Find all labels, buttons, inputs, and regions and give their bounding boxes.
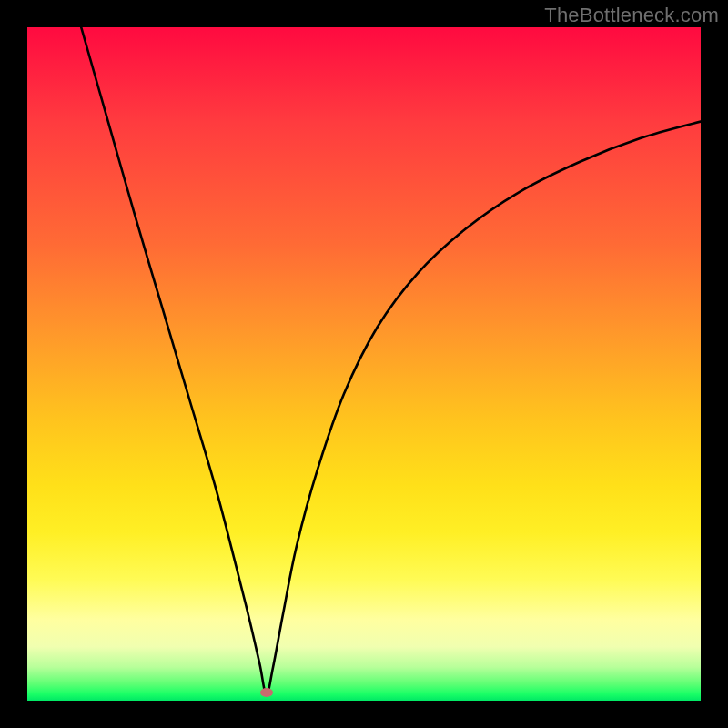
- optimum-marker: [260, 688, 273, 697]
- watermark-text: TheBottleneck.com: [544, 4, 719, 27]
- curve-layer: [27, 27, 701, 701]
- plot-area: [27, 27, 701, 701]
- chart-frame: TheBottleneck.com: [0, 0, 728, 728]
- bottleneck-curve-path: [81, 27, 701, 694]
